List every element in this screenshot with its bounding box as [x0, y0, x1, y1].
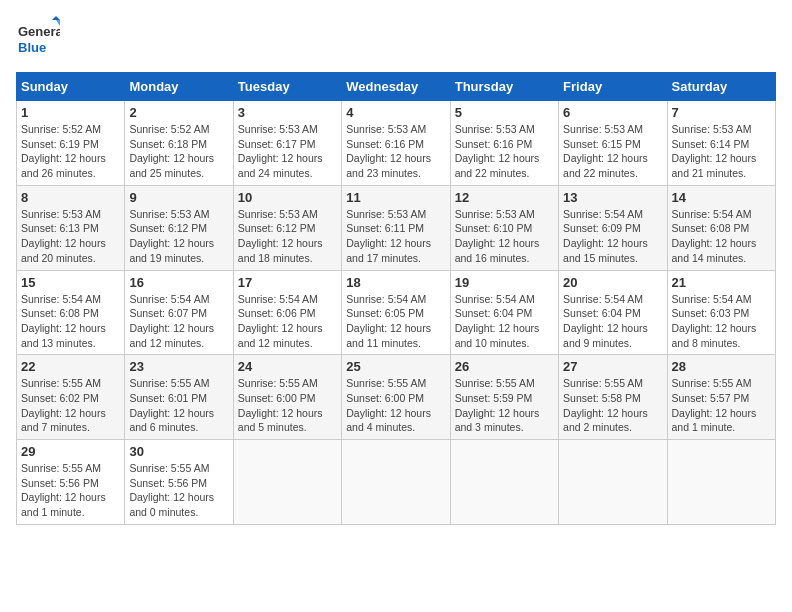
day-info: Sunrise: 5:54 AM Sunset: 6:05 PM Dayligh… [346, 292, 445, 351]
day-info: Sunrise: 5:53 AM Sunset: 6:11 PM Dayligh… [346, 207, 445, 266]
calendar-cell: 6Sunrise: 5:53 AM Sunset: 6:15 PM Daylig… [559, 101, 667, 186]
weekday-header-wednesday: Wednesday [342, 73, 450, 101]
weekday-header-sunday: Sunday [17, 73, 125, 101]
day-number: 1 [21, 105, 120, 120]
calendar-cell: 11Sunrise: 5:53 AM Sunset: 6:11 PM Dayli… [342, 185, 450, 270]
day-info: Sunrise: 5:54 AM Sunset: 6:04 PM Dayligh… [563, 292, 662, 351]
svg-text:General: General [18, 24, 60, 39]
day-number: 9 [129, 190, 228, 205]
calendar-cell: 3Sunrise: 5:53 AM Sunset: 6:17 PM Daylig… [233, 101, 341, 186]
calendar-cell: 19Sunrise: 5:54 AM Sunset: 6:04 PM Dayli… [450, 270, 558, 355]
calendar-cell: 2Sunrise: 5:52 AM Sunset: 6:18 PM Daylig… [125, 101, 233, 186]
day-info: Sunrise: 5:55 AM Sunset: 6:00 PM Dayligh… [346, 376, 445, 435]
day-info: Sunrise: 5:54 AM Sunset: 6:08 PM Dayligh… [672, 207, 771, 266]
calendar-cell: 5Sunrise: 5:53 AM Sunset: 6:16 PM Daylig… [450, 101, 558, 186]
calendar-cell: 1Sunrise: 5:52 AM Sunset: 6:19 PM Daylig… [17, 101, 125, 186]
day-number: 29 [21, 444, 120, 459]
day-number: 11 [346, 190, 445, 205]
day-number: 6 [563, 105, 662, 120]
day-info: Sunrise: 5:54 AM Sunset: 6:08 PM Dayligh… [21, 292, 120, 351]
calendar-header-row: SundayMondayTuesdayWednesdayThursdayFrid… [17, 73, 776, 101]
weekday-header-friday: Friday [559, 73, 667, 101]
day-info: Sunrise: 5:55 AM Sunset: 5:59 PM Dayligh… [455, 376, 554, 435]
day-info: Sunrise: 5:53 AM Sunset: 6:13 PM Dayligh… [21, 207, 120, 266]
calendar-table: SundayMondayTuesdayWednesdayThursdayFrid… [16, 72, 776, 525]
svg-text:Blue: Blue [18, 40, 46, 55]
calendar-cell: 9Sunrise: 5:53 AM Sunset: 6:12 PM Daylig… [125, 185, 233, 270]
day-number: 18 [346, 275, 445, 290]
calendar-week-row: 1Sunrise: 5:52 AM Sunset: 6:19 PM Daylig… [17, 101, 776, 186]
calendar-cell: 10Sunrise: 5:53 AM Sunset: 6:12 PM Dayli… [233, 185, 341, 270]
logo: General Blue [16, 16, 60, 60]
day-info: Sunrise: 5:53 AM Sunset: 6:10 PM Dayligh… [455, 207, 554, 266]
day-info: Sunrise: 5:55 AM Sunset: 6:02 PM Dayligh… [21, 376, 120, 435]
day-number: 19 [455, 275, 554, 290]
day-info: Sunrise: 5:53 AM Sunset: 6:12 PM Dayligh… [129, 207, 228, 266]
calendar-week-row: 15Sunrise: 5:54 AM Sunset: 6:08 PM Dayli… [17, 270, 776, 355]
calendar-cell: 4Sunrise: 5:53 AM Sunset: 6:16 PM Daylig… [342, 101, 450, 186]
weekday-header-saturday: Saturday [667, 73, 775, 101]
calendar-cell [450, 440, 558, 525]
day-info: Sunrise: 5:53 AM Sunset: 6:14 PM Dayligh… [672, 122, 771, 181]
calendar-cell: 14Sunrise: 5:54 AM Sunset: 6:08 PM Dayli… [667, 185, 775, 270]
calendar-cell: 8Sunrise: 5:53 AM Sunset: 6:13 PM Daylig… [17, 185, 125, 270]
day-info: Sunrise: 5:55 AM Sunset: 5:56 PM Dayligh… [21, 461, 120, 520]
svg-marker-2 [52, 16, 60, 20]
day-info: Sunrise: 5:54 AM Sunset: 6:03 PM Dayligh… [672, 292, 771, 351]
calendar-cell: 20Sunrise: 5:54 AM Sunset: 6:04 PM Dayli… [559, 270, 667, 355]
day-number: 8 [21, 190, 120, 205]
calendar-week-row: 8Sunrise: 5:53 AM Sunset: 6:13 PM Daylig… [17, 185, 776, 270]
calendar-cell: 22Sunrise: 5:55 AM Sunset: 6:02 PM Dayli… [17, 355, 125, 440]
day-number: 5 [455, 105, 554, 120]
calendar-week-row: 29Sunrise: 5:55 AM Sunset: 5:56 PM Dayli… [17, 440, 776, 525]
day-info: Sunrise: 5:54 AM Sunset: 6:06 PM Dayligh… [238, 292, 337, 351]
page-header: General Blue [16, 16, 776, 60]
calendar-cell: 13Sunrise: 5:54 AM Sunset: 6:09 PM Dayli… [559, 185, 667, 270]
day-info: Sunrise: 5:53 AM Sunset: 6:17 PM Dayligh… [238, 122, 337, 181]
calendar-cell: 21Sunrise: 5:54 AM Sunset: 6:03 PM Dayli… [667, 270, 775, 355]
day-info: Sunrise: 5:55 AM Sunset: 6:01 PM Dayligh… [129, 376, 228, 435]
calendar-cell: 12Sunrise: 5:53 AM Sunset: 6:10 PM Dayli… [450, 185, 558, 270]
day-info: Sunrise: 5:54 AM Sunset: 6:04 PM Dayligh… [455, 292, 554, 351]
day-number: 22 [21, 359, 120, 374]
day-number: 16 [129, 275, 228, 290]
day-number: 3 [238, 105, 337, 120]
calendar-cell [342, 440, 450, 525]
day-number: 26 [455, 359, 554, 374]
day-info: Sunrise: 5:52 AM Sunset: 6:19 PM Dayligh… [21, 122, 120, 181]
weekday-header-monday: Monday [125, 73, 233, 101]
day-info: Sunrise: 5:53 AM Sunset: 6:12 PM Dayligh… [238, 207, 337, 266]
day-info: Sunrise: 5:53 AM Sunset: 6:15 PM Dayligh… [563, 122, 662, 181]
day-info: Sunrise: 5:55 AM Sunset: 5:58 PM Dayligh… [563, 376, 662, 435]
calendar-cell: 16Sunrise: 5:54 AM Sunset: 6:07 PM Dayli… [125, 270, 233, 355]
calendar-cell: 25Sunrise: 5:55 AM Sunset: 6:00 PM Dayli… [342, 355, 450, 440]
day-number: 25 [346, 359, 445, 374]
day-number: 14 [672, 190, 771, 205]
day-number: 30 [129, 444, 228, 459]
calendar-cell: 28Sunrise: 5:55 AM Sunset: 5:57 PM Dayli… [667, 355, 775, 440]
day-number: 2 [129, 105, 228, 120]
day-number: 23 [129, 359, 228, 374]
calendar-cell: 29Sunrise: 5:55 AM Sunset: 5:56 PM Dayli… [17, 440, 125, 525]
calendar-cell: 18Sunrise: 5:54 AM Sunset: 6:05 PM Dayli… [342, 270, 450, 355]
calendar-cell: 7Sunrise: 5:53 AM Sunset: 6:14 PM Daylig… [667, 101, 775, 186]
logo-svg: General Blue [16, 16, 60, 60]
day-number: 12 [455, 190, 554, 205]
day-number: 28 [672, 359, 771, 374]
calendar-cell [667, 440, 775, 525]
weekday-header-tuesday: Tuesday [233, 73, 341, 101]
calendar-cell: 15Sunrise: 5:54 AM Sunset: 6:08 PM Dayli… [17, 270, 125, 355]
calendar-cell [233, 440, 341, 525]
calendar-cell: 30Sunrise: 5:55 AM Sunset: 5:56 PM Dayli… [125, 440, 233, 525]
day-number: 7 [672, 105, 771, 120]
day-info: Sunrise: 5:55 AM Sunset: 6:00 PM Dayligh… [238, 376, 337, 435]
weekday-header-thursday: Thursday [450, 73, 558, 101]
day-number: 13 [563, 190, 662, 205]
day-number: 24 [238, 359, 337, 374]
calendar-week-row: 22Sunrise: 5:55 AM Sunset: 6:02 PM Dayli… [17, 355, 776, 440]
day-number: 21 [672, 275, 771, 290]
calendar-cell: 17Sunrise: 5:54 AM Sunset: 6:06 PM Dayli… [233, 270, 341, 355]
day-number: 17 [238, 275, 337, 290]
calendar-cell: 27Sunrise: 5:55 AM Sunset: 5:58 PM Dayli… [559, 355, 667, 440]
day-number: 27 [563, 359, 662, 374]
